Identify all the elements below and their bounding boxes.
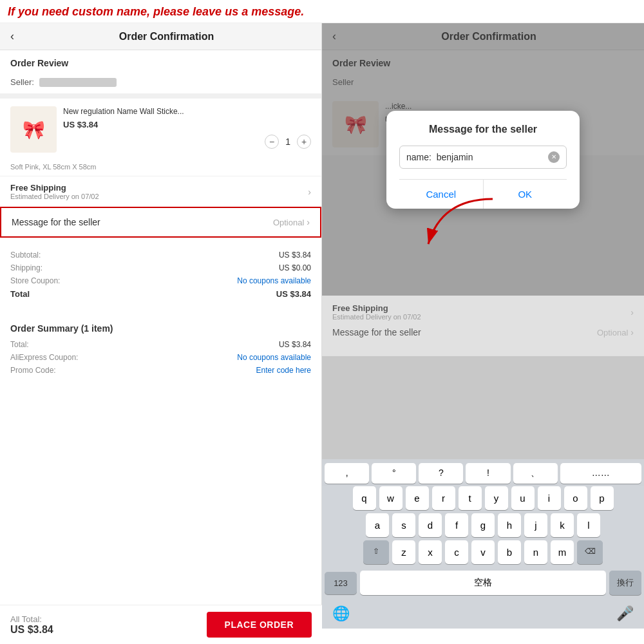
left-total2-label: Total: — [10, 340, 29, 349]
kb-w[interactable]: w — [379, 486, 402, 510]
kb-period[interactable]: ° — [372, 463, 416, 484]
dialog-message-input[interactable] — [406, 152, 548, 162]
kb-z[interactable]: z — [392, 540, 415, 564]
right-shipping-info: Free Shipping Estimated Delivery on 07/0… — [332, 303, 421, 321]
kb-e[interactable]: e — [406, 486, 429, 510]
kb-d[interactable]: d — [419, 513, 442, 537]
left-shipping-chevron: › — [308, 187, 311, 197]
left-shipping-cost-value: US $0.00 — [279, 263, 311, 272]
dialog-overlay: Message for the seller ✕ Cancel OK — [322, 23, 644, 296]
kb-p[interactable]: p — [591, 486, 614, 510]
right-shipping-subtitle: Estimated Delivery on 07/02 — [332, 313, 421, 321]
left-product-info: New regulation Name Wall Sticke... US $3… — [63, 106, 311, 149]
kb-r[interactable]: r — [432, 486, 455, 510]
left-variant-text: Soft Pink, XL 58cm X 58cm — [0, 160, 321, 176]
right-msg-chevron: › — [630, 327, 634, 337]
left-qty-row: − 1 + — [63, 135, 311, 149]
left-message-chevron: › — [307, 217, 310, 227]
kb-s[interactable]: s — [392, 513, 415, 537]
right-lower-content: Free Shipping Estimated Delivery on 07/0… — [322, 296, 644, 356]
kb-m[interactable]: m — [551, 540, 574, 564]
keyboard-bottom-row: 123 空格 換行 — [322, 567, 644, 600]
left-seller-row: Seller: — [0, 73, 321, 93]
right-optional-text: Optional — [597, 328, 628, 337]
kb-backspace[interactable]: ⌫ — [577, 540, 603, 564]
kb-g[interactable]: g — [471, 513, 495, 537]
left-back-arrow[interactable]: ‹ — [10, 30, 14, 43]
left-shipping-row[interactable]: Free Shipping Estimated Delivery on 07/0… — [0, 176, 321, 207]
left-order-summary-title: Order Summary (1 item) — [10, 323, 311, 334]
kb-ideographic-comma[interactable]: 、 — [513, 463, 558, 484]
dialog-box: Message for the seller ✕ Cancel OK — [386, 111, 580, 209]
left-subtotal-row: Subtotal: US $3.84 — [10, 251, 311, 260]
right-message-optional: Optional › — [597, 327, 634, 337]
kb-a[interactable]: a — [366, 513, 389, 537]
left-optional-text: Optional — [273, 218, 304, 227]
kb-t[interactable]: t — [459, 486, 482, 510]
dialog-cancel-button[interactable]: Cancel — [399, 180, 484, 209]
kb-q[interactable]: q — [353, 486, 376, 510]
kb-l[interactable]: l — [577, 513, 600, 537]
left-coupon-row: Store Coupon: No coupons available — [10, 276, 311, 285]
kb-y[interactable]: y — [485, 486, 508, 510]
kb-n[interactable]: n — [524, 540, 547, 564]
kb-globe-icon[interactable]: 🌐 — [332, 605, 350, 622]
kb-h[interactable]: h — [498, 513, 521, 537]
left-coupon-value: No coupons available — [237, 276, 311, 285]
kb-numbers[interactable]: 123 — [325, 572, 357, 594]
keyboard-row-q: q w e r t y u i o p — [323, 486, 643, 510]
kb-lang-switch[interactable]: 換行 — [609, 571, 641, 595]
kb-exclamation[interactable]: ! — [466, 463, 510, 484]
keyboard-rows: q w e r t y u i o p a s d f g — [322, 486, 644, 564]
left-total2-row: Total: US $3.84 — [10, 340, 311, 349]
left-shipping-cost-label: Shipping: — [10, 263, 43, 272]
left-message-label: Message for the seller — [12, 217, 100, 227]
right-shipping-chevron: › — [630, 307, 634, 317]
left-all-total-value: US $3.84 — [10, 624, 53, 629]
kb-u[interactable]: u — [511, 486, 535, 510]
kb-i[interactable]: i — [538, 486, 561, 510]
keyboard-icon-row: 🌐 🎤 — [322, 600, 644, 629]
place-order-button[interactable]: PLACE ORDER — [207, 612, 312, 629]
kb-x[interactable]: x — [419, 540, 442, 564]
dialog-ok-button[interactable]: OK — [484, 180, 567, 209]
kb-c[interactable]: c — [445, 540, 468, 564]
left-shipping-info: Free Shipping Estimated Delivery on 07/0… — [10, 183, 99, 200]
kb-j[interactable]: j — [524, 513, 547, 537]
kb-b[interactable]: b — [498, 540, 521, 564]
kb-f[interactable]: f — [445, 513, 468, 537]
dialog-actions: Cancel OK — [399, 179, 567, 209]
left-coupon-label: Store Coupon: — [10, 276, 60, 285]
kb-shift[interactable]: ⇧ — [363, 540, 389, 564]
left-header: ‹ Order Confirmation — [0, 23, 321, 50]
left-ali-coupon-value: No coupons available — [237, 353, 311, 362]
kb-ellipsis[interactable]: …… — [560, 463, 641, 484]
kb-k[interactable]: k — [551, 513, 574, 537]
kb-v[interactable]: v — [471, 540, 495, 564]
left-total-row: Total US $3.84 — [10, 289, 311, 299]
kb-mic-icon[interactable]: 🎤 — [616, 605, 634, 622]
kb-space[interactable]: 空格 — [360, 571, 606, 595]
left-order-review-label: Order Review — [0, 50, 321, 73]
kb-comma[interactable]: , — [325, 463, 369, 484]
left-summary-section: Subtotal: US $3.84 Shipping: US $0.00 St… — [0, 243, 321, 310]
left-promo-row: Promo Code: Enter code here — [10, 366, 311, 375]
kb-o[interactable]: o — [564, 486, 587, 510]
left-shipping-title: Free Shipping — [10, 183, 99, 193]
kb-question[interactable]: ? — [419, 463, 463, 484]
right-shipping-row: Free Shipping Estimated Delivery on 07/0… — [332, 301, 634, 323]
left-ali-coupon-row: AliExpress Coupon: No coupons available — [10, 353, 311, 362]
left-page-title: Order Confirmation — [22, 31, 311, 43]
left-qty-increase[interactable]: + — [297, 135, 311, 149]
left-message-row[interactable]: Message for the seller Optional › — [0, 207, 321, 238]
dialog-clear-button[interactable]: ✕ — [548, 151, 560, 163]
dialog-title: Message for the seller — [399, 124, 567, 135]
left-qty-decrease[interactable]: − — [265, 135, 279, 149]
left-total-label: Total — [10, 289, 30, 299]
left-all-total: All Total: US $3.84 — [10, 614, 53, 629]
left-bottom-bar: All Total: US $3.84 PLACE ORDER — [0, 605, 322, 629]
left-product-image: 🎀 — [10, 106, 57, 153]
right-shipping-title: Free Shipping — [332, 303, 421, 313]
left-seller-blur — [39, 78, 117, 87]
dialog-input-row[interactable]: ✕ — [399, 146, 567, 169]
